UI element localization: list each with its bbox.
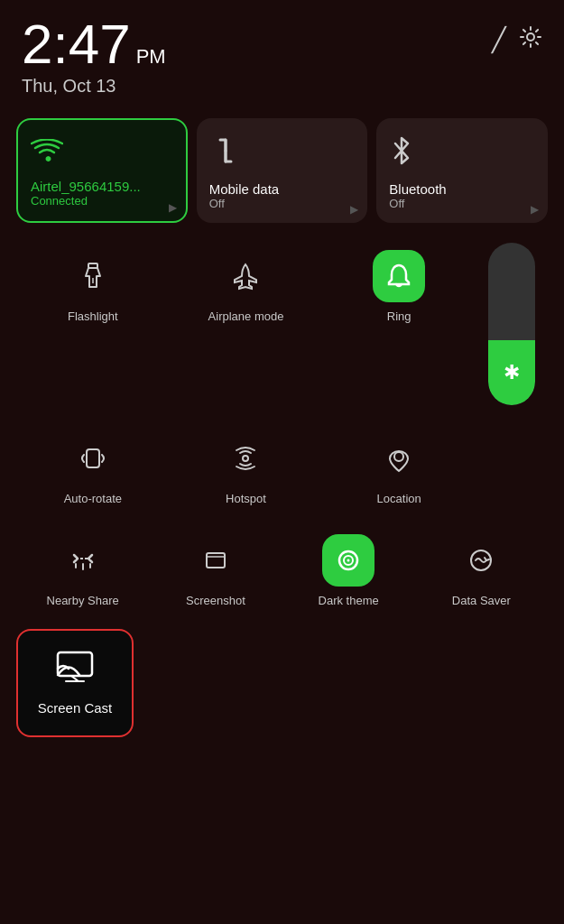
airplane-label: Airplane mode (208, 310, 284, 323)
toggle-row-3: Nearby Share Screenshot Dark theme (16, 520, 548, 616)
data-saver-label: Data Saver (452, 594, 511, 607)
ring-icon-wrap (373, 250, 425, 302)
nearby-share-toggle[interactable]: Nearby Share (16, 520, 149, 616)
data-saver-icon-wrap (455, 534, 507, 587)
clock: 2:47 PM (22, 16, 166, 72)
mobile-data-status: Off (209, 197, 225, 210)
bluetooth-icon (389, 134, 414, 174)
svg-point-4 (243, 456, 248, 461)
bluetooth-status: Off (389, 197, 404, 210)
svg-rect-12 (58, 652, 92, 676)
nearby-share-icon-wrap (57, 534, 109, 587)
location-icon-wrap (373, 432, 425, 485)
settings-icon[interactable] (519, 25, 542, 54)
wifi-name: Airtel_95664159... (31, 179, 141, 194)
bottom-row: Screen Cast (0, 622, 564, 752)
bluetooth-name: Bluetooth (389, 181, 446, 197)
svg-point-5 (394, 452, 403, 461)
top-row: Airtel_95664159... Connected ▶ Mobile da… (16, 118, 548, 223)
bluetooth-expand: ▶ (531, 203, 539, 216)
screenshot-icon-wrap (190, 534, 242, 587)
mobile-data-expand: ▶ (350, 203, 358, 216)
toggle-row-1: Flashlight Airplane mode Ring (16, 236, 548, 412)
location-label: Location (377, 492, 421, 505)
mobile-data-name: Mobile data (209, 181, 280, 197)
quick-tiles: Airtel_95664159... Connected ▶ Mobile da… (0, 104, 564, 616)
signal-icon: ╱ (492, 26, 506, 54)
auto-rotate-toggle[interactable]: Auto-rotate (16, 418, 170, 514)
time-block: 2:47 PM Thu, Oct 13 (22, 16, 166, 97)
wifi-icon (31, 136, 63, 171)
svg-rect-3 (87, 449, 99, 467)
svg-point-10 (347, 559, 350, 562)
status-bar: 2:47 PM Thu, Oct 13 ╱ (0, 0, 564, 104)
screenshot-label: Screenshot (186, 594, 245, 607)
status-icons: ╱ (492, 25, 542, 54)
hotspot-label: Hotspot (226, 492, 266, 505)
screen-cast-label: Screen Cast (38, 700, 113, 716)
wifi-status: Connected (31, 194, 88, 208)
auto-rotate-icon-wrap (67, 432, 119, 485)
toggle-row-2: Auto-rotate Hotspot Locat (16, 418, 548, 514)
wifi-expand: ▶ (169, 201, 177, 214)
flashlight-label: Flashlight (68, 310, 118, 323)
ring-label: Ring (387, 310, 411, 323)
bluetooth-tile[interactable]: Bluetooth Off ▶ (376, 118, 548, 223)
brightness-fill: ✱ (488, 340, 535, 405)
dark-theme-icon-wrap (322, 534, 374, 587)
spacer-col (476, 418, 548, 514)
brightness-icon: ✱ (504, 361, 520, 384)
svg-point-0 (527, 33, 534, 41)
airplane-icon-wrap (219, 250, 272, 302)
screenshot-toggle[interactable]: Screenshot (149, 520, 282, 616)
auto-rotate-label: Auto-rotate (64, 492, 122, 505)
mobile-data-tile[interactable]: Mobile data Off ▶ (197, 118, 368, 223)
svg-rect-7 (207, 553, 225, 568)
time-display: 2:47 (22, 16, 131, 72)
hotspot-toggle[interactable]: Hotspot (170, 418, 323, 514)
ring-toggle[interactable]: Ring (322, 236, 476, 412)
wifi-tile[interactable]: Airtel_95664159... Connected ▶ (16, 118, 188, 223)
hotspot-icon-wrap (219, 432, 272, 485)
screen-cast-icon (56, 651, 94, 691)
screen-cast-tile[interactable]: Screen Cast (16, 629, 134, 737)
date-display: Thu, Oct 13 (22, 76, 166, 97)
location-toggle[interactable]: Location (322, 418, 476, 514)
dark-theme-toggle[interactable]: Dark theme (282, 520, 415, 616)
brightness-slider[interactable]: ✱ (488, 243, 535, 405)
nearby-share-label: Nearby Share (47, 594, 119, 607)
data-saver-toggle[interactable]: Data Saver (415, 520, 548, 616)
flashlight-toggle[interactable]: Flashlight (16, 236, 170, 412)
airplane-toggle[interactable]: Airplane mode (170, 236, 323, 412)
dark-theme-label: Dark theme (319, 594, 379, 607)
ampm-display: PM (136, 47, 166, 67)
flashlight-icon-wrap (67, 250, 119, 302)
mobile-data-icon (209, 134, 242, 174)
brightness-slider-col[interactable]: ✱ (476, 236, 548, 412)
